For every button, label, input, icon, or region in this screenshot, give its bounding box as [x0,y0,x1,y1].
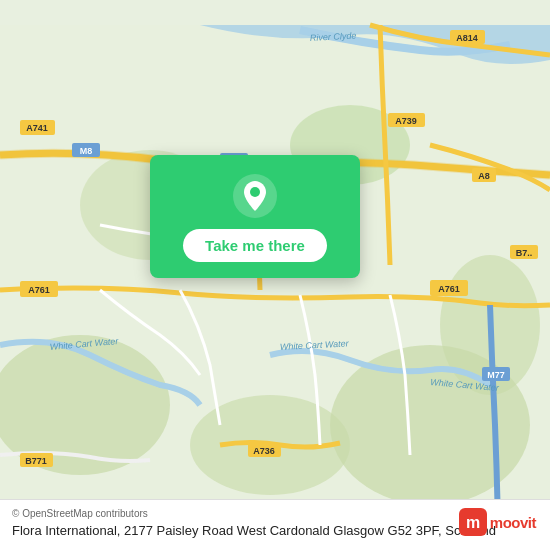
svg-point-36 [250,187,260,197]
svg-text:A814: A814 [456,33,478,43]
svg-text:B771: B771 [25,456,47,466]
svg-text:A761: A761 [28,285,50,295]
svg-text:A761: A761 [438,284,460,294]
moovit-icon: m [459,508,487,536]
location-card[interactable]: Take me there [150,155,360,278]
svg-text:M77: M77 [487,370,505,380]
svg-text:A736: A736 [253,446,275,456]
svg-text:A739: A739 [395,116,417,126]
svg-text:m: m [466,514,480,531]
map-container: A761 A761 A741 M8 M8 A814 A739 A8 B7.. M… [0,0,550,550]
moovit-text: moovit [490,514,536,531]
svg-text:A741: A741 [26,123,48,133]
moovit-logo: m moovit [459,508,536,536]
take-me-there-button[interactable]: Take me there [183,229,327,262]
svg-text:A8: A8 [478,171,490,181]
svg-text:B7..: B7.. [516,248,533,258]
map-pin-icon [232,173,278,219]
svg-text:M8: M8 [80,146,93,156]
